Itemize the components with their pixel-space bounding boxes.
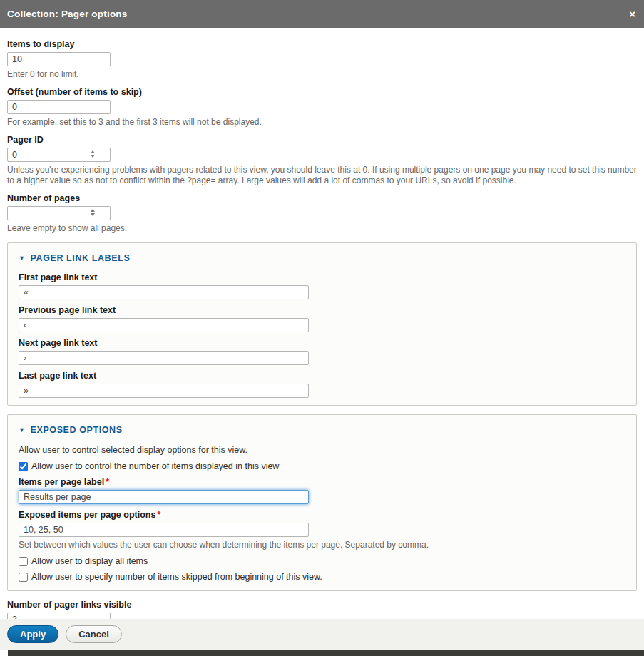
field-pager-id: Pager ID Unless you're experiencing prob… — [7, 135, 637, 186]
page-background-strip — [8, 650, 644, 656]
last-page-link-text-label: Last page link text — [19, 371, 625, 381]
required-asterisk: * — [157, 510, 160, 520]
pager-link-labels-legend-text: PAGER LINK LABELS — [31, 253, 131, 263]
offset-checkbox-row: Allow user to specify number of items sk… — [19, 572, 625, 582]
pager-id-input[interactable] — [7, 148, 111, 162]
field-exposed-items-per-page-options: Exposed items per page options* Set betw… — [19, 510, 625, 550]
pager-links-visible-label: Number of pager links visible — [7, 600, 637, 610]
first-page-link-text-label: First page link text — [19, 272, 625, 283]
items-to-display-label: Items to display — [7, 39, 637, 50]
previous-page-link-text-input[interactable] — [19, 318, 309, 332]
previous-page-link-text-label: Previous page link text — [19, 305, 625, 316]
first-page-link-text-input[interactable] — [19, 285, 309, 299]
dialog-header: Collection: Pager options × — [0, 0, 644, 28]
number-of-pages-input[interactable] — [7, 206, 111, 220]
items-to-display-description: Enter 0 for no limit. — [7, 69, 637, 80]
next-page-link-text-label: Next page link text — [19, 338, 625, 349]
items-per-page-label-input[interactable] — [19, 490, 309, 504]
exposed-items-options-input[interactable] — [19, 523, 309, 537]
offset-checkbox-label[interactable]: Allow user to specify number of items sk… — [31, 572, 322, 582]
control-items-checkbox-label[interactable]: Allow user to control the number of item… — [31, 461, 279, 471]
pager-link-labels-legend[interactable]: ▼ PAGER LINK LABELS — [19, 253, 625, 263]
offset-label: Offset (number of items to skip) — [7, 87, 637, 98]
fieldset-exposed-options: ▼ EXPOSED OPTIONS Allow user to control … — [7, 414, 637, 591]
display-all-checkbox-label[interactable]: Allow user to display all items — [31, 556, 148, 566]
chevron-down-icon: ▼ — [19, 255, 26, 262]
last-page-link-text-input[interactable] — [19, 384, 309, 398]
field-number-of-pages: Number of pages Leave empty to show all … — [7, 193, 637, 234]
dialog-body: Items to display Enter 0 for no limit. O… — [0, 28, 644, 640]
number-of-pages-description: Leave empty to show all pages. — [7, 223, 637, 234]
exposed-options-intro: Allow user to control selected display o… — [19, 444, 625, 456]
items-per-page-label-label: Items per page label* — [19, 477, 625, 488]
offset-checkbox[interactable] — [19, 573, 28, 582]
required-asterisk: * — [106, 477, 109, 487]
exposed-options-legend[interactable]: ▼ EXPOSED OPTIONS — [19, 425, 625, 435]
field-offset: Offset (number of items to skip) For exa… — [7, 87, 637, 128]
offset-description: For example, set this to 3 and the first… — [7, 117, 637, 128]
field-items-to-display: Items to display Enter 0 for no limit. — [7, 39, 637, 80]
chevron-down-icon: ▼ — [19, 427, 26, 434]
next-page-link-text-input[interactable] — [19, 351, 309, 365]
fieldset-pager-link-labels: ▼ PAGER LINK LABELS First page link text… — [7, 242, 637, 406]
field-first-page-link-text: First page link text — [19, 272, 625, 299]
control-items-checkbox-row: Allow user to control the number of item… — [19, 461, 625, 471]
field-next-page-link-text: Next page link text — [19, 338, 625, 365]
number-of-pages-label: Number of pages — [7, 193, 637, 204]
offset-input[interactable] — [7, 100, 111, 114]
exposed-options-legend-text: EXPOSED OPTIONS — [31, 425, 123, 435]
display-all-checkbox[interactable] — [19, 557, 28, 566]
items-to-display-input[interactable] — [7, 52, 111, 66]
field-last-page-link-text: Last page link text — [19, 371, 625, 398]
control-items-checkbox[interactable] — [19, 462, 28, 471]
field-previous-page-link-text: Previous page link text — [19, 305, 625, 332]
exposed-items-options-label: Exposed items per page options* — [19, 510, 625, 521]
field-items-per-page-label: Items per page label* — [19, 477, 625, 504]
apply-button[interactable]: Apply — [7, 625, 58, 643]
cancel-button[interactable]: Cancel — [66, 625, 122, 643]
pager-id-description: Unless you're experiencing problems with… — [7, 165, 637, 186]
dialog-title: Collection: Pager options — [7, 9, 128, 19]
close-icon[interactable]: × — [629, 9, 635, 19]
display-all-checkbox-row: Allow user to display all items — [19, 556, 625, 566]
pager-id-label: Pager ID — [7, 135, 637, 145]
dialog-footer: Apply Cancel — [0, 619, 644, 650]
exposed-items-options-description: Set between which values the user can ch… — [19, 540, 625, 550]
